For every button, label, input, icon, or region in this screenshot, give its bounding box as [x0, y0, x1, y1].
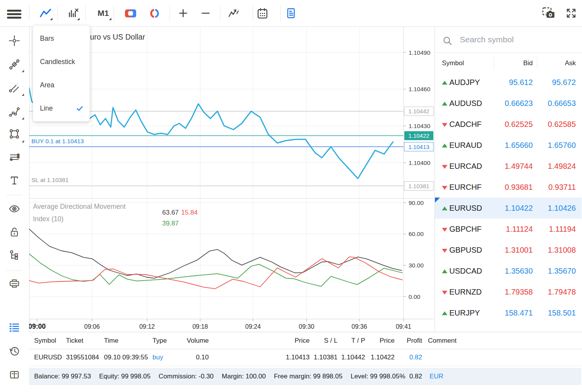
- account-item: Margin: 100.00: [222, 373, 266, 380]
- fullscreen-button[interactable]: [563, 5, 580, 22]
- menu-item-bars[interactable]: Bars: [33, 27, 90, 50]
- levels-tool-icon[interactable]: [8, 151, 21, 163]
- position-symbol: EURUSD: [34, 349, 62, 366]
- buy-position-line-label: BUY 0.1 at 1.10413: [31, 138, 84, 145]
- col-volume[interactable]: Volume: [170, 332, 209, 349]
- svg-text:1.10422: 1.10422: [408, 132, 429, 139]
- fibonacci-tool-icon[interactable]: [8, 58, 21, 71]
- bid-price: 1.10422: [486, 198, 533, 219]
- journal-icon[interactable]: [8, 368, 21, 381]
- market-row-AUDUSD[interactable]: AUDUSD0.666230.66653: [435, 93, 582, 114]
- bid-price: 1.11124: [486, 219, 533, 239]
- screenshot-button[interactable]: [540, 5, 557, 22]
- ask-price: 1.10426: [529, 198, 576, 219]
- column-header-bid[interactable]: Bid: [486, 56, 533, 70]
- svg-text:1.10490: 1.10490: [409, 49, 430, 56]
- svg-text:09:00: 09:00: [29, 323, 46, 330]
- toolbar-separator: [29, 5, 29, 21]
- trend-up-icon: [442, 311, 447, 315]
- symbol-name: EURCAD: [449, 156, 482, 177]
- position-row[interactable]: EURUSD 319551084 09.10 09:39:55 buy 0.10…: [29, 349, 582, 366]
- chart-canvas[interactable]: 1.104901.104601.104301.104001.104421.104…: [29, 26, 434, 332]
- market-row-CADCHF[interactable]: CADCHF0.625250.62585: [435, 114, 582, 135]
- svg-text:1.10442: 1.10442: [408, 108, 429, 114]
- chart-type-button[interactable]: [37, 5, 54, 22]
- market-row-GBPUSD[interactable]: GBPUSD1.310011.31008: [435, 239, 582, 260]
- one-click-trading-icon: [124, 7, 137, 20]
- ask-price: 1.35670: [529, 260, 576, 281]
- economic-calendar-button[interactable]: [254, 5, 271, 22]
- menu-icon[interactable]: [7, 10, 21, 19]
- bid-price: 1.65660: [486, 135, 533, 156]
- history-icon[interactable]: [8, 345, 21, 357]
- ask-price: 1.11194: [529, 219, 576, 239]
- indicator-value-minus-di: 15.84: [181, 209, 198, 217]
- market-row-EURCHF[interactable]: EURCHF0.936810.93711: [435, 177, 582, 198]
- objects-tree-icon[interactable]: [8, 249, 21, 261]
- market-row-EURJPY[interactable]: EURJPY158.471158.501: [435, 302, 582, 323]
- col-comment[interactable]: Comment: [428, 332, 457, 349]
- zoom-in-button[interactable]: [175, 5, 192, 22]
- col-type[interactable]: Type: [152, 332, 167, 349]
- trendline-tool-icon[interactable]: [8, 82, 21, 94]
- toolbar-separator: [85, 5, 86, 21]
- svg-text:09:24: 09:24: [245, 323, 261, 330]
- menu-item-area[interactable]: Area: [33, 73, 90, 97]
- shapes-tool-icon[interactable]: [8, 128, 21, 140]
- sidebar-divider: [6, 195, 23, 195]
- col-symbol[interactable]: Symbol: [34, 332, 56, 349]
- market-row-GBPCHF[interactable]: GBPCHF1.111241.11194: [435, 219, 582, 239]
- col-time[interactable]: Time: [104, 332, 118, 349]
- indicators-button[interactable]: [225, 5, 242, 22]
- new-order-button[interactable]: [282, 5, 300, 22]
- search-input[interactable]: [459, 32, 573, 47]
- indicator-value-adx: 63.67: [162, 209, 179, 217]
- ask-price: 1.49824: [529, 156, 576, 177]
- symbol-name: CADCHF: [449, 114, 482, 135]
- trade-list-icon[interactable]: [8, 321, 21, 333]
- svg-text:09:18: 09:18: [192, 323, 208, 330]
- market-row-AUDJPY[interactable]: AUDJPY95.61295.672: [435, 72, 582, 93]
- menu-item-candlestick[interactable]: Candlestick: [33, 50, 90, 73]
- market-row-EURAUD[interactable]: EURAUD1.656601.65760: [435, 135, 582, 156]
- checkmark-icon: [76, 105, 83, 112]
- one-click-trading-button[interactable]: [122, 5, 139, 22]
- unlock-icon[interactable]: [8, 226, 21, 238]
- market-row-EURUSD[interactable]: EURUSD1.104221.10426: [435, 198, 582, 219]
- toolbar-separator: [170, 5, 170, 21]
- sidebar-divider: [6, 271, 23, 271]
- market-row-EURCAD[interactable]: EURCAD1.497441.49824: [435, 156, 582, 177]
- account-currency: EUR: [430, 368, 443, 385]
- market-row-EURNZD[interactable]: EURNZD1.793581.79478: [435, 281, 582, 302]
- menu-item-line[interactable]: Line: [33, 97, 90, 120]
- svg-text:1.10460: 1.10460: [409, 86, 430, 92]
- col-ticket[interactable]: Ticket: [66, 332, 83, 349]
- svg-text:09:41: 09:41: [396, 323, 411, 330]
- col-profit[interactable]: Profit: [383, 332, 422, 349]
- column-header-ask[interactable]: Ask: [529, 56, 576, 70]
- trend-up-icon: [442, 206, 447, 210]
- toolbar-separator: [114, 5, 114, 21]
- symbol-name: AUDUSD: [449, 93, 482, 114]
- column-header-symbol[interactable]: Symbol: [442, 56, 464, 70]
- split-window-icon[interactable]: [8, 277, 21, 290]
- zoom-out-button[interactable]: [197, 5, 214, 22]
- crosshair-icon[interactable]: [8, 35, 21, 47]
- visibility-eye-icon[interactable]: [8, 203, 21, 215]
- dropdown-corner-icon: [22, 94, 24, 96]
- account-item: Commission: -0.30: [159, 373, 214, 380]
- symbol-name: EURCHF: [449, 177, 482, 198]
- indicator-squiggle-icon: [227, 7, 240, 20]
- ask-price: 1.31008: [529, 239, 576, 260]
- indicator-remove-button[interactable]: [64, 5, 81, 22]
- indicator-value-plus-di: 39.87: [162, 220, 179, 227]
- timeframe-button[interactable]: M1: [94, 5, 113, 22]
- symbol-name: USDCAD: [449, 260, 482, 281]
- text-tool-icon[interactable]: [8, 174, 21, 187]
- polyline-tool-icon[interactable]: [8, 106, 21, 118]
- svg-text:1.10430: 1.10430: [409, 123, 430, 129]
- market-row-USDCAD[interactable]: USDCAD1.356301.35670: [435, 260, 582, 281]
- depth-of-market-button[interactable]: [146, 5, 163, 22]
- bid-price: 1.79358: [486, 281, 533, 302]
- fullscreen-arrows-icon: [565, 7, 577, 19]
